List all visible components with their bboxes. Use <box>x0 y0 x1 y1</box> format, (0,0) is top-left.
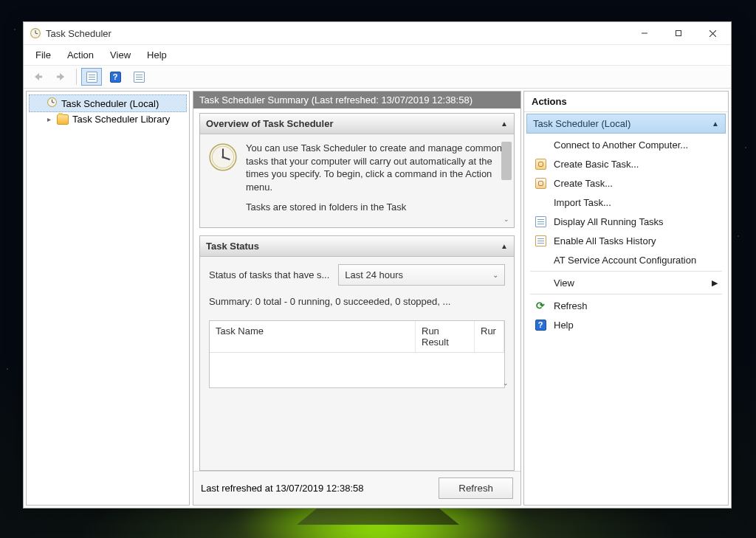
help-icon: ? <box>535 319 546 331</box>
action-label: Enable All Tasks History <box>554 235 656 246</box>
actions-scope-header[interactable]: Task Scheduler (Local) ▲ <box>526 114 726 134</box>
svg-line-13 <box>52 103 55 103</box>
help-icon: ? <box>110 72 121 83</box>
collapse-caret-icon: ▲ <box>712 120 719 128</box>
action-import-task[interactable]: Import Task... <box>524 193 728 212</box>
scrollbar-down-icon[interactable]: ⌄ <box>501 214 512 224</box>
task-status-title: Task Status <box>206 241 259 252</box>
action-create-task[interactable]: Create Task... <box>524 173 728 193</box>
task-scheduler-window: Task Scheduler File Action View Help <box>23 21 732 508</box>
col-run-truncated[interactable]: Rur <box>475 321 504 352</box>
action-label: Display All Running Tasks <box>554 216 664 227</box>
create-task-icon <box>535 177 546 189</box>
dropdown-value: Last 24 hours <box>345 269 403 280</box>
action-label: Help <box>554 320 574 331</box>
action-create-basic-task[interactable]: Create Basic Task... <box>524 154 728 173</box>
menu-action[interactable]: Action <box>60 48 101 62</box>
scrollbar-thumb[interactable] <box>501 142 512 180</box>
maximize-button[interactable] <box>662 22 695 44</box>
overview-paragraph-1: You can use Task Scheduler to create and… <box>246 142 506 193</box>
chevron-right-icon[interactable]: ▸ <box>44 115 53 123</box>
window-controls <box>628 22 729 44</box>
col-run-result[interactable]: Run Result <box>416 321 475 352</box>
submenu-arrow-icon: ▶ <box>712 278 718 288</box>
running-tasks-icon <box>535 215 546 227</box>
overview-header[interactable]: Overview of Task Scheduler ▲ <box>200 114 514 134</box>
window-title: Task Scheduler <box>46 28 111 39</box>
status-range-dropdown[interactable]: Last 24 hours ⌄ <box>338 264 505 286</box>
menu-help[interactable]: Help <box>140 48 174 62</box>
action-view-submenu[interactable]: View ▶ <box>524 273 728 292</box>
nav-back-button[interactable] <box>27 68 48 86</box>
task-table: Task Name Run Result Rur <box>209 320 505 388</box>
menu-file[interactable]: File <box>28 48 58 62</box>
status-range-label: Status of tasks that have s... <box>209 269 329 280</box>
toolbar: ? <box>24 66 731 89</box>
tree-root-node[interactable]: ▸ Task Scheduler (Local) <box>29 94 187 112</box>
overview-paragraph-2: Tasks are stored in folders in the Task <box>246 201 506 214</box>
action-enable-history[interactable]: Enable All Tasks History <box>524 231 728 250</box>
action-help[interactable]: ? Help <box>524 315 728 334</box>
action-display-running[interactable]: Display All Running Tasks <box>524 212 728 231</box>
svg-rect-10 <box>57 76 61 78</box>
action-label: Import Task... <box>554 197 611 208</box>
overview-body: You can use Task Scheduler to create and… <box>200 134 514 227</box>
actions-pane: Actions Task Scheduler (Local) ▲ Connect… <box>523 91 729 506</box>
action-at-service-config[interactable]: AT Service Account Configuration <box>524 250 728 269</box>
console-tree-icon <box>86 72 97 83</box>
refresh-icon: ⟳ <box>535 300 546 311</box>
summary-footer: Last refreshed at 13/07/2019 12:38:58 Re… <box>193 471 520 505</box>
collapse-caret-icon: ▲ <box>501 242 508 250</box>
overview-text: You can use Task Scheduler to create and… <box>246 142 506 223</box>
summary-pane: Task Scheduler Summary (Last refreshed: … <box>193 91 521 506</box>
close-button[interactable] <box>695 22 729 44</box>
action-refresh[interactable]: ⟳ Refresh <box>524 296 728 315</box>
last-refreshed-label: Last refreshed at 13/07/2019 12:38:58 <box>201 483 363 494</box>
menubar: File Action View Help <box>24 44 731 66</box>
task-table-header-row: Task Name Run Result Rur <box>210 321 504 353</box>
history-icon <box>535 235 546 246</box>
action-label: View <box>554 277 574 289</box>
action-label: Create Task... <box>554 178 613 189</box>
col-task-name[interactable]: Task Name <box>210 321 416 352</box>
overview-title: Overview of Task Scheduler <box>206 118 333 129</box>
basic-task-icon <box>535 158 546 170</box>
actions-title: Actions <box>524 92 728 112</box>
task-status-section: Task Status ▲ Status of tasks that have … <box>199 235 515 471</box>
action-pane-icon <box>134 72 145 83</box>
action-label: Refresh <box>554 300 588 311</box>
toolbar-help-button[interactable]: ? <box>105 68 126 86</box>
content-area: ▸ Task Scheduler (Local) ▸ Task Schedule… <box>24 89 731 508</box>
actions-scope-label: Task Scheduler (Local) <box>533 118 630 129</box>
show-hide-console-tree-button[interactable] <box>81 68 102 86</box>
nav-forward-button[interactable] <box>51 68 72 86</box>
status-summary-line: Summary: 0 total - 0 running, 0 succeede… <box>209 296 505 307</box>
svg-point-18 <box>221 156 224 158</box>
tree-root-clock-icon <box>47 97 58 110</box>
chevron-down-icon: ⌄ <box>492 271 498 279</box>
actions-list: Connect to Another Computer... Create Ba… <box>524 134 728 336</box>
action-label: Create Basic Task... <box>554 159 639 170</box>
svg-rect-4 <box>676 31 681 36</box>
titlebar[interactable]: Task Scheduler <box>24 22 731 44</box>
tree-library-node[interactable]: ▸ Task Scheduler Library <box>27 112 189 126</box>
tree-root-label: Task Scheduler (Local) <box>61 98 159 109</box>
task-status-body: Status of tasks that have s... Last 24 h… <box>200 257 514 391</box>
toolbar-separator <box>76 69 77 85</box>
overview-clock-icon <box>207 142 238 223</box>
folder-icon <box>57 114 69 125</box>
summary-header: Task Scheduler Summary (Last refreshed: … <box>193 92 520 108</box>
action-label: AT Service Account Configuration <box>554 255 696 266</box>
scrollbar-down-icon[interactable]: ⌄ <box>501 378 511 388</box>
minimize-button[interactable] <box>628 22 662 44</box>
svg-rect-8 <box>38 76 42 78</box>
tree-library-label: Task Scheduler Library <box>72 114 170 125</box>
collapse-caret-icon: ▲ <box>501 120 508 128</box>
menu-view[interactable]: View <box>103 48 138 62</box>
show-hide-action-pane-button[interactable] <box>128 68 149 86</box>
task-status-header[interactable]: Task Status ▲ <box>200 236 514 257</box>
refresh-button[interactable]: Refresh <box>439 477 513 499</box>
app-clock-icon <box>30 27 41 39</box>
tree-pane: ▸ Task Scheduler (Local) ▸ Task Schedule… <box>26 91 190 506</box>
action-connect-computer[interactable]: Connect to Another Computer... <box>524 135 728 154</box>
